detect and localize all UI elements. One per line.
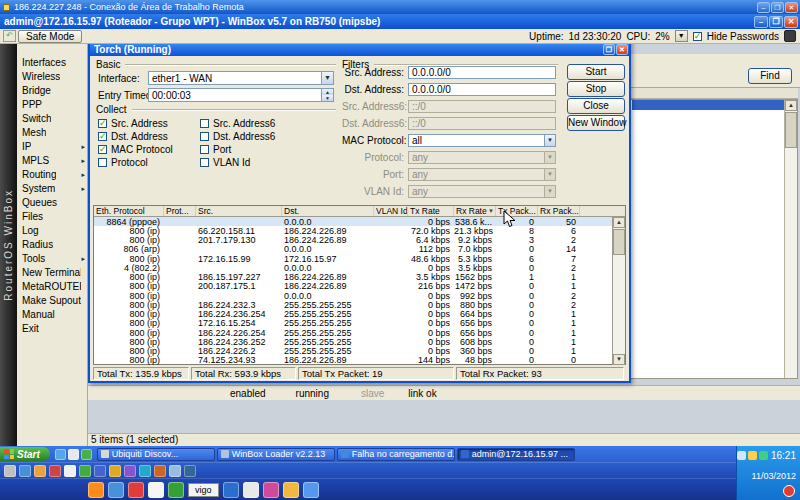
column-header-vlan[interactable]: VLAN Id — [374, 206, 408, 216]
quick-launch-icon[interactable] — [68, 449, 79, 460]
hide-passwords-checkbox[interactable] — [693, 32, 702, 41]
toolbar-icon[interactable] — [124, 465, 136, 477]
tray-icon[interactable] — [759, 451, 768, 460]
checkbox-icon[interactable] — [98, 145, 107, 154]
torch-title-bar[interactable]: Torch (Running) ❐ ✕ — [90, 42, 629, 56]
collect-option[interactable]: Dst. Address6 — [200, 130, 312, 143]
dialog-button[interactable]: New Window — [567, 115, 625, 131]
checkbox-icon[interactable] — [98, 119, 107, 128]
torch-table-row[interactable]: 800 (ip) 186.15.197.227 186.224.226.89 3… — [94, 273, 625, 282]
sidebar-item[interactable]: Bridge ▸ — [17, 84, 87, 98]
close-button[interactable]: ✕ — [785, 2, 798, 13]
scroll-down-icon[interactable]: ▼ — [613, 354, 625, 365]
vigo-button[interactable]: vigo — [188, 483, 219, 497]
torch-table-row[interactable]: 800 (ip) 200.187.175.1 186.224.226.89 21… — [94, 282, 625, 291]
checkbox-icon[interactable] — [200, 158, 209, 167]
sidebar-item[interactable]: Exit ▸ — [17, 322, 87, 336]
start-button[interactable]: Start — [0, 447, 50, 461]
dialog-button[interactable]: Close — [567, 98, 625, 114]
sidebar-item[interactable]: Queues ▸ — [17, 196, 87, 210]
maximize-button[interactable]: ❐ — [769, 16, 783, 28]
desktop-toolbar-icon[interactable] — [108, 482, 124, 498]
scroll-thumb[interactable] — [785, 112, 797, 148]
quick-launch-icon[interactable] — [55, 449, 66, 460]
collect-option[interactable]: Dst. Address — [98, 130, 200, 143]
filter-field[interactable]: any ▼ — [408, 151, 556, 164]
checkbox-icon[interactable] — [200, 132, 209, 141]
torch-table-row[interactable]: 800 (ip) 201.7.179.130 186.224.226.89 6.… — [94, 236, 625, 245]
sidebar-item[interactable]: Log ▸ — [17, 224, 87, 238]
chevron-down-icon[interactable]: ▼ — [675, 30, 688, 42]
taskbar-window-button[interactable]: Ubiquiti Discov... — [97, 448, 215, 461]
torch-table-row[interactable]: 800 (ip) 172.16.15.99 172.16.15.97 48.6 … — [94, 254, 625, 263]
sidebar-item[interactable]: MetaROUTER ▸ — [17, 280, 87, 294]
column-header-protocol[interactable]: Prot... — [164, 206, 196, 216]
filter-field[interactable]: ::/0 ▼ — [408, 100, 556, 113]
alert-icon[interactable] — [783, 485, 795, 497]
toolbar-icon[interactable] — [34, 465, 46, 477]
column-header-rx-rate[interactable]: Rx Rate▼ — [454, 206, 496, 216]
toolbar-icon[interactable] — [184, 465, 196, 477]
taskbar-window-button[interactable]: WinBox Loader v2.2.13 — [217, 448, 335, 461]
torch-table-row[interactable]: 800 (ip) 0.0.0.0 0 bps 992 bps 0 2 — [94, 291, 625, 300]
sidebar-item[interactable]: System ▸ — [17, 182, 87, 196]
toolbar-icon[interactable] — [169, 465, 181, 477]
sidebar-item[interactable]: MPLS ▸ — [17, 154, 87, 168]
close-button[interactable]: ✕ — [616, 44, 628, 55]
desktop-toolbar-icon[interactable] — [283, 482, 299, 498]
torch-table-row[interactable]: 4 (802.2) 0.0.0.0 0 bps 3.5 kbps 0 2 — [94, 263, 625, 272]
undo-icon[interactable]: ↶ — [3, 30, 16, 42]
column-header-tx-rate[interactable]: Tx Rate — [408, 206, 454, 216]
torch-table-row[interactable]: 800 (ip) 186.224.226.254 255.255.255.255… — [94, 328, 625, 337]
desktop-toolbar-icon[interactable] — [223, 482, 239, 498]
toolbar-icon[interactable] — [94, 465, 106, 477]
find-button[interactable]: Find — [748, 68, 792, 84]
column-header-eth-protocol[interactable]: Eth. Protocol — [94, 206, 164, 216]
lock-icon[interactable] — [784, 30, 796, 42]
torch-table-row[interactable]: 800 (ip) 66.220.158.11 186.224.226.89 72… — [94, 226, 625, 235]
tray-icon[interactable] — [748, 451, 757, 460]
checkbox-icon[interactable] — [200, 145, 209, 154]
chevron-down-icon[interactable]: ▼ — [544, 135, 555, 146]
torch-table-row[interactable]: 800 (ip) 186.224.232.3 255.255.255.255 0… — [94, 300, 625, 309]
toolbar-icon[interactable] — [139, 465, 151, 477]
dialog-button[interactable]: Start — [567, 64, 625, 80]
sidebar-item[interactable]: Tools ▸ — [17, 252, 87, 266]
maximize-button[interactable]: ❐ — [603, 44, 615, 55]
filter-field[interactable]: ::/0 ▼ — [408, 117, 556, 130]
dialog-button[interactable]: Stop — [567, 81, 625, 97]
column-header-dst[interactable]: Dst. — [282, 206, 374, 216]
sidebar-item[interactable]: Manual ▸ — [17, 308, 87, 322]
desktop-toolbar-icon[interactable] — [243, 482, 259, 498]
filter-field[interactable]: all ▼ — [408, 134, 556, 147]
torch-table-row[interactable]: 800 (ip) 74.125.234.93 186.224.226.89 14… — [94, 356, 625, 365]
clock[interactable]: 16:21 — [771, 450, 796, 461]
date[interactable]: 11/03/2012 — [741, 471, 796, 481]
torch-table-row[interactable]: 800 (ip) 186.224.226.2 255.255.255.255 0… — [94, 347, 625, 356]
quick-launch-icon[interactable] — [81, 449, 92, 460]
chevron-down-icon[interactable]: ▼ — [544, 152, 555, 163]
sidebar-item[interactable]: Switch ▸ — [17, 112, 87, 126]
sidebar-item[interactable]: IP ▸ — [17, 140, 87, 154]
collect-option[interactable]: Port — [200, 143, 312, 156]
chevron-down-icon[interactable]: ▼ — [321, 72, 333, 84]
spinner[interactable]: ▲▼ — [321, 89, 333, 101]
sidebar-item[interactable]: PPP ▸ — [17, 98, 87, 112]
sidebar-item[interactable]: Mesh ▸ — [17, 126, 87, 140]
spin-down-icon[interactable]: ▼ — [322, 95, 333, 101]
collect-option[interactable]: Src. Address — [98, 117, 200, 130]
selected-row-highlight[interactable] — [632, 100, 784, 110]
sidebar-item[interactable]: Wireless ▸ — [17, 70, 87, 84]
collect-option[interactable]: Src. Address6 — [200, 117, 312, 130]
filter-field[interactable]: any ▼ — [408, 168, 556, 181]
torch-table-row[interactable]: 806 (arp) 0.0.0.0 112 bps 7.0 kbps 0 14 — [94, 245, 625, 254]
restore-button[interactable]: ❐ — [771, 2, 784, 13]
scroll-up-icon[interactable]: ▲ — [785, 100, 797, 111]
collect-option[interactable]: VLAN Id — [200, 156, 312, 169]
torch-table-row[interactable]: 800 (ip) 186.224.236.254 255.255.255.255… — [94, 310, 625, 319]
toolbar-icon[interactable] — [49, 465, 61, 477]
interface-combobox[interactable]: ether1 - WAN ▼ — [148, 71, 334, 85]
column-header-rx-packets[interactable]: Rx Pack... — [538, 206, 580, 216]
desktop-toolbar-icon[interactable] — [128, 482, 144, 498]
desktop-toolbar-icon[interactable] — [88, 482, 104, 498]
